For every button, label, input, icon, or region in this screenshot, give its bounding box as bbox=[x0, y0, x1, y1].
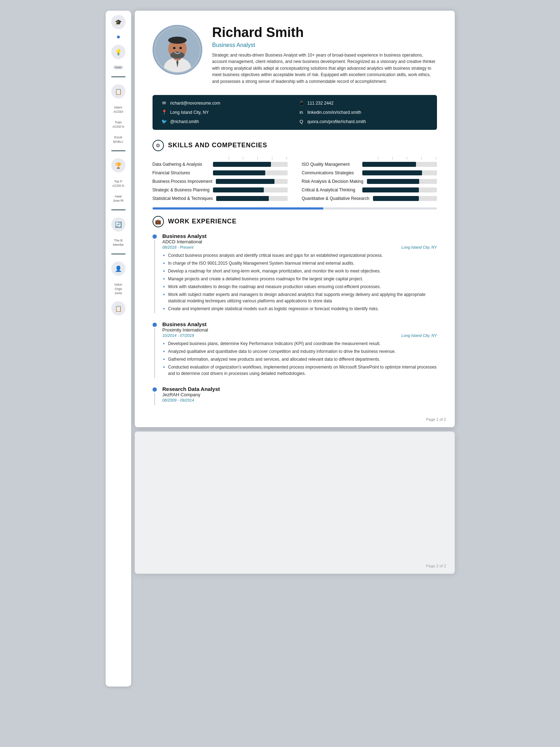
skill-label: Data Gathering & Analysis bbox=[153, 162, 209, 167]
sidebar-icon-bottom[interactable]: 📋 bbox=[111, 301, 126, 316]
work-entry-1: Business Analyst Proximity International… bbox=[153, 321, 437, 378]
skill-bar-fill bbox=[213, 187, 263, 192]
bullet-item: Create and implement simple statistical … bbox=[162, 306, 437, 312]
svg-point-10 bbox=[179, 47, 182, 49]
job-position: Business Analyst bbox=[162, 233, 437, 239]
email-value: richard@novoresume.com bbox=[170, 101, 220, 106]
contact-email: ✉ richard@novoresume.com bbox=[161, 100, 291, 106]
sidebar-icon-3[interactable]: 📋 bbox=[111, 84, 126, 99]
experience-title: WORK EXPERIENCE bbox=[168, 218, 237, 225]
job-period: 10/2014 - 07/2018 bbox=[162, 333, 194, 338]
sidebar: 🎓 💡 Hubs 📋 Intern ACDDi Train ACDD b Exc… bbox=[106, 11, 131, 687]
resume-bio: Strategic and results-driven Business An… bbox=[212, 52, 437, 85]
skills-title: SKILLS AND COMPETENCIES bbox=[168, 142, 267, 149]
bullet-item: In charge of the ISO 9001:2015 Quality M… bbox=[162, 260, 437, 266]
contact-phone: 📱 111 232 2442 bbox=[298, 100, 428, 106]
timeline-line bbox=[154, 328, 155, 378]
skill-bar-bg bbox=[362, 170, 437, 175]
sidebar-section-theb: The B Membe bbox=[108, 238, 128, 247]
job-bullets: Developed business plans, determine Key … bbox=[162, 340, 437, 377]
skills-section-header: ⚙ SKILLS AND COMPETENCIES bbox=[153, 140, 437, 151]
scale-mark-6 bbox=[378, 157, 378, 160]
skills-scale bbox=[153, 157, 437, 160]
sidebar-icon-trophy[interactable]: 🏆 bbox=[111, 158, 126, 173]
work-content: Research Data Analyst JezRAH Company 08/… bbox=[162, 386, 437, 405]
scale-mark-4 bbox=[272, 157, 272, 160]
resume-name: Richard Smith bbox=[212, 25, 437, 41]
skill-bar-bg bbox=[213, 170, 288, 175]
bullet-item: Work with stakeholders to design the roa… bbox=[162, 284, 437, 290]
sidebar-section-volun: Volun Orga Junio bbox=[108, 282, 128, 295]
bullet-item: Analyzed qualitative and quantitative da… bbox=[162, 348, 437, 355]
sidebar-icon-1[interactable]: 🎓 bbox=[111, 15, 126, 29]
work-timeline bbox=[153, 386, 157, 405]
sidebar-section-intern: Intern ACDDi bbox=[108, 105, 128, 113]
skill-bar-fill bbox=[216, 196, 269, 201]
work-timeline bbox=[153, 233, 157, 313]
sidebar-icon-person[interactable]: 👤 bbox=[111, 261, 126, 276]
sidebar-divider-1 bbox=[111, 76, 126, 77]
phone-icon: 📱 bbox=[298, 100, 305, 106]
linkedin-value: linkedin.com/in/richard.smith bbox=[308, 110, 361, 115]
sidebar-section-hubs: Hubs bbox=[108, 65, 128, 69]
job-meta: 08/2018 - Present Long Island City, NY bbox=[162, 245, 437, 249]
sidebar-label-train: Train bbox=[114, 121, 122, 124]
sidebar-label-intern: Intern bbox=[114, 106, 122, 109]
bullet-item: Manage projects and create a detailed bu… bbox=[162, 276, 437, 282]
sidebar-dot bbox=[117, 36, 120, 38]
sidebar-label-topp: Top P bbox=[114, 180, 122, 183]
timeline-dot bbox=[153, 323, 157, 327]
job-position: Research Data Analyst bbox=[162, 386, 437, 392]
sidebar-icon-refresh[interactable]: 🔄 bbox=[111, 217, 126, 232]
location-icon: 📍 bbox=[161, 109, 167, 116]
jobs-container: Business Analyst ADCD International 08/2… bbox=[153, 233, 437, 405]
sidebar-label-acdd-b2: ACDD b bbox=[112, 184, 124, 187]
experience-icon: 💼 bbox=[153, 216, 164, 227]
skill-row-left-0: Data Gathering & Analysis bbox=[153, 162, 288, 167]
bullet-item: Conduct business process analysis and id… bbox=[162, 252, 437, 259]
skill-bar-fill bbox=[367, 179, 419, 184]
job-meta: 10/2014 - 07/2018 Long Island City, NY bbox=[162, 333, 437, 338]
skill-label: Statistical Method & Techniques bbox=[153, 196, 213, 201]
timeline-line bbox=[154, 240, 155, 313]
svg-point-9 bbox=[173, 47, 175, 49]
sidebar-section-topp: Top P ACDD b bbox=[108, 179, 128, 187]
sidebar-icon-2[interactable]: 💡 bbox=[111, 45, 126, 59]
sidebar-label-jose: Jose Ri bbox=[113, 199, 123, 202]
skill-row-right-1: Communications Strategies bbox=[302, 170, 437, 175]
page-1-number: Page 1 of 2 bbox=[426, 417, 446, 422]
sidebar-label-theb: The B bbox=[114, 239, 122, 242]
skill-label: Communications Strategies bbox=[302, 170, 359, 175]
job-location: Long Island City, NY bbox=[401, 333, 437, 338]
scale-mark-3 bbox=[257, 157, 258, 160]
skill-bar-fill bbox=[213, 162, 271, 167]
skill-bar-fill bbox=[216, 179, 274, 184]
skill-bar-bg bbox=[373, 196, 437, 201]
sidebar-label-excel: Excel bbox=[114, 136, 122, 139]
skill-label: ISO Quality Management bbox=[302, 162, 359, 167]
section-divider bbox=[153, 207, 437, 210]
scale-mark-10 bbox=[436, 157, 436, 160]
skill-row-right-2: Risk Analysis & Decision Making bbox=[302, 179, 437, 184]
skill-label: Business Process Improvement bbox=[153, 179, 213, 184]
job-position: Business Analyst bbox=[162, 321, 437, 327]
skill-bar-fill bbox=[362, 187, 419, 192]
work-content: Business Analyst Proximity International… bbox=[162, 321, 437, 378]
skill-row-right-0: ISO Quality Management bbox=[302, 162, 437, 167]
experience-section-header: 💼 WORK EXPERIENCE bbox=[153, 216, 437, 227]
skill-row-left-1: Financial Structures bbox=[153, 170, 288, 175]
skill-bar-fill bbox=[362, 170, 422, 175]
skill-bar-fill bbox=[373, 196, 419, 201]
avatar-image bbox=[154, 27, 201, 73]
resume-title: Business Analyst bbox=[212, 42, 437, 48]
sidebar-label-orga: Orga bbox=[114, 287, 122, 291]
sidebar-label-acddi: ACDDi bbox=[113, 110, 123, 113]
sidebar-section-excel: Excel lynda.c bbox=[108, 135, 128, 143]
sidebar-section-train: Train ACDD b bbox=[108, 120, 128, 128]
resume-header: Richard Smith Business Analyst Strategic… bbox=[153, 25, 437, 85]
sidebar-label-award: Awar bbox=[114, 195, 122, 198]
bullet-item: Developed business plans, determine Key … bbox=[162, 340, 437, 347]
timeline-line bbox=[154, 393, 155, 405]
skills-grid: Data Gathering & Analysis ISO Quality Ma… bbox=[153, 162, 437, 201]
svg-point-8 bbox=[170, 52, 185, 59]
